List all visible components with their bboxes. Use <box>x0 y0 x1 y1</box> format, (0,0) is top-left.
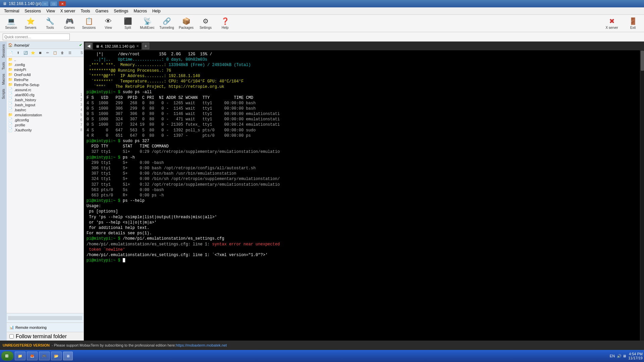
fb-menu-btn[interactable]: ☰ <box>66 50 73 56</box>
follow-terminal-checkbox[interactable] <box>9 334 14 339</box>
terminal-scrollbar[interactable] <box>640 50 644 341</box>
toolbar-xserver[interactable]: ✖ X server <box>602 16 622 30</box>
terminal-content[interactable]: |*| /dev/root 15G 2.0G 12G 15% / ..|*|..… <box>84 50 640 341</box>
titlebar: 🖥 192.168.1.140 (pi) ─ □ ✕ <box>0 0 644 7</box>
fb-copy-btn[interactable]: 📋 <box>52 50 58 56</box>
file-icon: 📄 <box>8 118 13 122</box>
file-name: .atari800.cfg <box>14 93 35 97</box>
menu-sessions[interactable]: Sessions <box>22 8 44 14</box>
taskbar-app-mobaxterm[interactable]: 🖥 <box>63 352 73 360</box>
menu-xserver[interactable]: X server <box>58 8 78 14</box>
tab-macros[interactable]: Macros <box>1 72 6 87</box>
file-icon: 📄 <box>8 128 13 132</box>
menu-macros[interactable]: Macros <box>131 8 150 14</box>
list-item[interactable]: 📁.emulationstation5 <box>7 112 84 117</box>
terminal-line: pi@mintypi:~ $ ps --help <box>87 198 637 203</box>
toolbar-view[interactable]: 👁 View <box>100 17 117 30</box>
list-item[interactable]: 📁RetroPie-Setup <box>7 82 84 87</box>
menu-help[interactable]: Help <box>150 8 163 14</box>
maximize-button[interactable]: □ <box>50 1 57 6</box>
terminal-line: ..|*|.. Uptime............: 0 days, 00h0… <box>87 57 637 62</box>
monitor-icon: 📊 <box>9 325 14 329</box>
fb-star-btn[interactable]: ⭐ <box>30 50 36 56</box>
file-line-num: 1 <box>80 93 82 97</box>
terminal-line: pi@mintypi:~ $ /home/pi/.emulationstatio… <box>87 236 637 241</box>
terminal-tab-active[interactable]: 🖥 4. 192.168.1.140 (pi) ✕ <box>93 42 142 50</box>
toolbar-packages[interactable]: 📦 Packages <box>178 16 195 30</box>
toolbar-servers[interactable]: ⭐ Servers <box>22 16 39 30</box>
toolbar-games[interactable]: 🎮 Games <box>61 16 78 30</box>
file-name: .bashrc <box>14 108 26 112</box>
list-item[interactable]: 📁.config <box>7 62 84 67</box>
taskbar-app-firefox[interactable]: 🦊 <box>27 352 38 360</box>
list-item[interactable]: 📄.gitconfig6 <box>7 117 84 122</box>
list-item[interactable]: 📄.Xauthority8 <box>7 127 84 132</box>
firefox-icon: 🦊 <box>30 354 35 358</box>
terminal-line: 327 tty1 Sl+ 0:29 /opt/retropie/suppleme… <box>87 149 637 155</box>
folder-icon: 📂 <box>54 354 59 358</box>
close-button[interactable]: ✕ <box>59 1 66 6</box>
toolbar-sessions[interactable]: 📋 Sessions <box>80 16 97 30</box>
list-item[interactable]: 📄.atari800.cfg1 <box>7 92 84 97</box>
list-item[interactable]: 📄.asound.rc <box>7 87 84 92</box>
list-item[interactable]: 📄.profile7 <box>7 122 84 127</box>
fb-edit-btn[interactable]: ✏ <box>44 50 51 56</box>
terminal-line: 324 tty1 S+ 0:00 /bin/sh /opt/retropie/s… <box>87 176 637 182</box>
fb-new-file-btn[interactable]: 📄 <box>7 50 14 56</box>
file-icon: 📄 <box>8 93 13 97</box>
tab-tools[interactable]: Tools <box>1 60 6 72</box>
list-item[interactable]: 📁.. <box>7 57 84 62</box>
list-item[interactable]: 📁RetroPie <box>7 77 84 82</box>
tab-sessions[interactable]: Sessions <box>1 42 6 60</box>
statusbar: UNREGISTERED VERSION - Please support Mo… <box>0 341 644 350</box>
fb-stop-btn[interactable]: ⏹ <box>37 50 44 56</box>
menu-settings[interactable]: Settings <box>111 8 131 14</box>
toolbar-multiexec[interactable]: 📡 MultiExec <box>139 16 156 30</box>
fb-refresh-btn[interactable]: 🔄 <box>22 50 29 56</box>
tab-scripts[interactable]: Scripts <box>1 87 6 101</box>
start-button[interactable]: ⊞ <box>1 351 13 361</box>
terminal-line: |*| /dev/root 15G 2.0G 12G 15% / <box>87 52 637 57</box>
toolbar-help[interactable]: ❓ Help <box>217 16 233 30</box>
list-item[interactable]: 📁mintyPi <box>7 67 84 72</box>
toolbar-tools[interactable]: 🔧 Tools <box>42 16 58 30</box>
file-name: .bash_logout <box>14 103 35 107</box>
toolbar-session[interactable]: 💻 Session <box>3 16 19 30</box>
toolbar-tunneling[interactable]: 🔗 Tunneling <box>158 16 175 30</box>
quickconnect-input[interactable] <box>3 34 70 40</box>
terminal-line: .*** * ***. Memory............: 133948kB… <box>87 62 637 68</box>
list-item[interactable]: 📄.bashrc4 <box>7 107 84 112</box>
remote-monitoring-button[interactable]: 📊 Remote monitoring <box>7 322 84 332</box>
toolbar-settings[interactable]: ⚙ Settings <box>197 16 214 30</box>
toolbar-games-label: Games <box>64 26 75 29</box>
terminal-line: 563 pts/0 Ss 0:00 -bash <box>87 187 637 193</box>
minimize-button[interactable]: ─ <box>41 1 49 6</box>
taskbar-app-game[interactable]: 🎮 <box>39 352 50 360</box>
fb-upload-btn[interactable]: ⬆ <box>15 50 21 56</box>
file-name: .gitconfig <box>14 118 29 122</box>
horizontal-scrollbar[interactable] <box>8 316 82 320</box>
support-link[interactable]: https://mobaxterm.mobatek.net <box>176 343 227 347</box>
menu-games[interactable]: Games <box>93 8 111 14</box>
file-icon: 📁 <box>8 67 13 72</box>
toolbar-split[interactable]: ⬛ Split <box>119 16 136 30</box>
list-item[interactable]: 📁OneForAll <box>7 72 84 77</box>
menu-terminal[interactable]: Terminal <box>1 8 22 14</box>
fb-delete-btn[interactable]: 🗑 <box>59 50 66 56</box>
taskbar-app-explorer[interactable]: 📁 <box>15 352 25 360</box>
menu-tools[interactable]: Tools <box>78 8 93 14</box>
tab-prev-button[interactable]: ◀ <box>85 43 92 49</box>
taskbar-app-folder[interactable]: 📂 <box>51 352 62 360</box>
terminal-line: /home/pi/.emulationstation/es_settings.c… <box>87 242 637 247</box>
terminal-line: PID TTY STAT TIME COMMAND <box>87 144 637 149</box>
toolbar-packages-label: Packages <box>179 26 194 29</box>
menu-view[interactable]: View <box>44 8 58 14</box>
tab-close-button[interactable]: ✕ <box>136 44 139 48</box>
toolbar-exit[interactable]: 🚪 Exit <box>625 16 641 30</box>
list-item[interactable]: 📄.bash_history2 <box>7 97 84 102</box>
file-name: .emulationstation <box>14 113 42 117</box>
list-item[interactable]: 📄.bash_logout3 <box>7 102 84 107</box>
terminal-line: `"""' The RetroPie Project, https://retr… <box>87 84 637 89</box>
fb-col-header: S <box>80 51 83 55</box>
tab-add-button[interactable]: + <box>143 43 149 49</box>
